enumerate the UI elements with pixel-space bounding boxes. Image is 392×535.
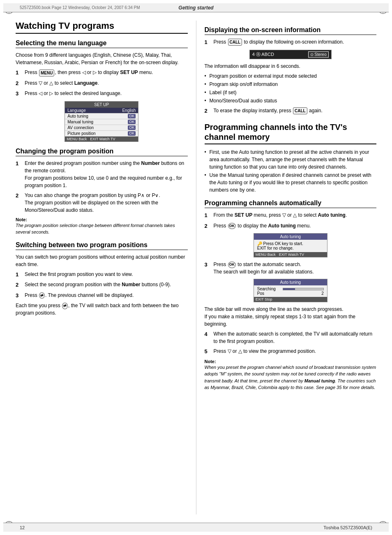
swap-key-2: ⇄ <box>62 303 68 309</box>
ok-badge: OK <box>128 114 136 118</box>
sm-row-searching: Searching <box>257 287 324 291</box>
call-key: CALL <box>228 39 242 46</box>
auto-tuning-mockup: Auto tuning 🔑 Press OK key to start. EXI… <box>254 233 327 257</box>
select-menu-lang-intro: Choose from 9 different languages (Engli… <box>16 51 188 66</box>
footer-back: MENU Back <box>67 137 87 141</box>
main-content: Watching TV programs Selecting the menu … <box>3 12 389 523</box>
at-line2: EXIT for no change. <box>257 246 324 250</box>
note-label: Note: <box>205 359 216 364</box>
at-footer-exit: EXIT Watch TV <box>279 252 304 257</box>
step-content: When the automatic search is completed, … <box>214 330 377 345</box>
heading-select-menu-lang: Selecting the menu language <box>16 39 188 48</box>
switch-two-outro: Each time you press ⇄, the TV will switc… <box>16 302 188 317</box>
step-content: Press OK to display the Auto tuning menu… <box>214 222 377 230</box>
step-number: 4 <box>205 330 212 345</box>
sm-body: Searching Pos 2 <box>254 285 327 297</box>
note-label: Note: <box>16 217 27 222</box>
menu-row-picture-position: Picture position OK <box>65 131 138 137</box>
bullet-item: Mono/Stereo/Dual audio status <box>205 97 377 104</box>
menu-row-label: Picture position <box>67 131 95 136</box>
onscreen-bullet-list: Program position or external input mode … <box>205 72 377 104</box>
ok-badge: OK <box>128 125 136 130</box>
bullet-item: Use the Manual tuning operation if desir… <box>205 171 377 194</box>
ok-badge: OK <box>128 131 136 136</box>
step-item: 1 Select the first program position you … <box>16 271 188 279</box>
step-number: 5 <box>205 347 212 356</box>
at-line1: 🔑 Press OK key to start. <box>257 241 324 246</box>
file-info: 5257Z3500.book Page 12 Wednesday, Octobe… <box>20 5 140 10</box>
menu-row-value: English <box>122 108 136 113</box>
at-footer: MENU Back EXIT Watch TV <box>254 252 327 257</box>
onscreen-stereo: ⊙ Stereo <box>308 51 329 58</box>
step-content: Press ◁ or ▷ to select the desired langu… <box>25 90 188 98</box>
heading-switch-two: Switching between two program positions <box>16 241 188 250</box>
searching-mockup: Auto tuning Searching Pos 2 EXIT Stop <box>254 279 327 302</box>
bullet-item: Label (if set) <box>205 89 377 96</box>
onscreen-mockup: 4 ⓐ ABCD ⊙ Stereo <box>249 50 332 59</box>
note-text: When you preset the program channel whic… <box>205 365 376 390</box>
call-key-2: CALL <box>293 107 307 114</box>
prog-auto-step3: 3 Press OK to start the automatic search… <box>205 261 377 276</box>
step-number: 1 <box>205 211 212 220</box>
step-content: Press OK to start the automatic search.T… <box>214 261 377 276</box>
switch-two-steps: 1 Select the first program position you … <box>16 271 188 300</box>
sm-label-searching: Searching <box>257 287 276 291</box>
section-title: Getting started <box>178 5 213 11</box>
note-prog-auto: Note: When you preset the program channe… <box>205 359 377 391</box>
menu-row-auto-tuning: Auto tuning OK <box>65 113 138 119</box>
menu-row-manual-tuning: Manual tuning OK <box>65 119 138 125</box>
bullet-item: Program position or external input mode … <box>205 72 377 80</box>
heading-prog-channels: Programming channels into the TV's chann… <box>205 122 377 144</box>
step-item: 5 Press ▽ or △ to view the programmed po… <box>205 347 377 356</box>
step-item: 3 Press OK to start the automatic search… <box>205 261 377 276</box>
sm-label-pos: Pos <box>257 291 264 296</box>
menu-row-label: Auto tuning <box>67 114 88 118</box>
right-column: Displaying the on-screen information 1 P… <box>196 21 377 514</box>
change-program-steps: 1 Enter the desired program position num… <box>16 160 188 214</box>
note-change-program: Note: The program position selection cha… <box>16 217 188 236</box>
prog-channels-bullets: First, use the Auto tuning function to p… <box>205 148 377 194</box>
prog-auto-steps4-5: 4 When the automatic search is completed… <box>205 330 377 356</box>
heading-change-program: Changing the program position <box>16 148 188 156</box>
step-item: 2 You can also change the program positi… <box>16 192 188 214</box>
footer-exit: EXIT Watch TV <box>90 137 115 141</box>
onscreen-steps: 1 Press CALL to display the following on… <box>205 38 377 46</box>
menu-row-label: Language <box>67 108 86 113</box>
switch-two-intro: You can switch two program positions wit… <box>16 253 188 268</box>
main-title: Watching TV programs <box>16 21 188 34</box>
step-item: 4 When the automatic search is completed… <box>205 330 377 345</box>
bullet-item: Program skip on/off information <box>205 81 377 88</box>
onscreen-disappear-text: The information will disappear in 6 seco… <box>205 63 377 70</box>
step-content: Select the second program position with … <box>25 281 188 289</box>
note-text: The program position selection change be… <box>16 223 175 235</box>
setup-menu-mockup: SET UP Language English Auto tuning OK M… <box>65 101 138 142</box>
bottom-footer: 12 Toshiba 5257Z3500A(E) <box>3 523 389 532</box>
step-number: 1 <box>16 160 23 189</box>
step-item: 1 Press MENU, then press ◁ or ▷ to displ… <box>16 69 188 77</box>
step-number: 2 <box>205 222 212 230</box>
sm-progress-bar <box>283 288 324 290</box>
sm-row-pos: Pos 2 <box>257 291 324 296</box>
heading-onscreen: Displaying the on-screen information <box>205 26 377 35</box>
step-item: 2 Select the second program position wit… <box>16 281 188 289</box>
step-content: Press ▽ or △ to select Language. <box>25 79 188 88</box>
top-header: 5257Z3500.book Page 12 Wednesday, Octobe… <box>3 3 389 12</box>
step-item: 3 Press ⇄. The previous channel will be … <box>16 292 188 300</box>
step-content: You can also change the program position… <box>25 192 188 214</box>
at-footer-back: MENU Back <box>256 252 276 257</box>
step-content: Press CALL to display the following on-s… <box>214 38 377 46</box>
menu-row-language: Language English <box>65 108 138 113</box>
sm-footer: EXIT Stop <box>254 297 327 302</box>
step-item: 2 To erase the display instantly, press … <box>205 107 377 115</box>
step-number: 3 <box>16 292 23 300</box>
step-content: To erase the display instantly, press CA… <box>214 107 377 115</box>
step-item: 1 Press CALL to display the following on… <box>205 38 377 46</box>
at-body: 🔑 Press OK key to start. EXIT for no cha… <box>254 240 327 252</box>
step-number: 2 <box>205 107 212 115</box>
step-number: 3 <box>16 90 23 98</box>
brand-label: Toshiba 5257Z3500A(E) <box>323 525 372 530</box>
page-number: 12 <box>20 525 25 530</box>
step-content: Press ▽ or △ to view the programmed posi… <box>214 347 377 356</box>
step-item: 2 Press OK to display the Auto tuning me… <box>205 222 377 230</box>
step-number: 1 <box>205 38 212 46</box>
